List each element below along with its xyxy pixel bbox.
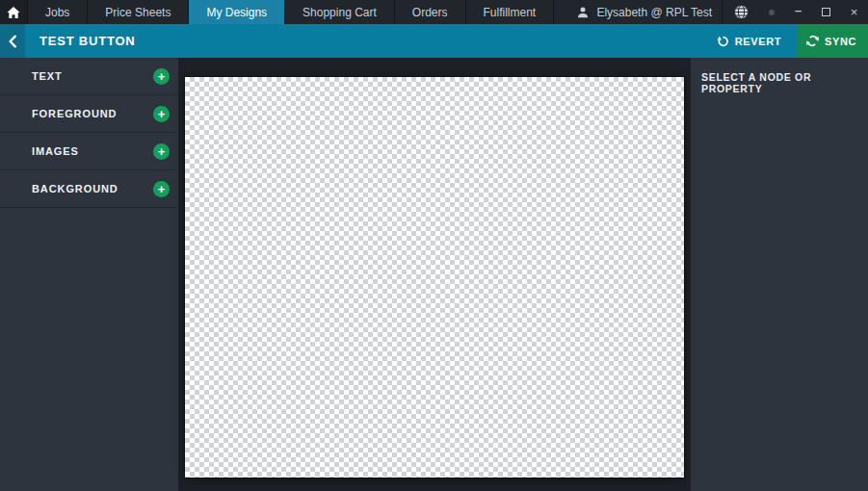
minimize-button[interactable]: – [784, 0, 812, 24]
maximize-button[interactable] [812, 0, 840, 24]
design-header-bar: TEST BUTTON REVERT SYNC [0, 24, 868, 58]
tab-my-designs[interactable]: My Designs [189, 0, 285, 24]
refresh-arrows-icon [806, 35, 819, 47]
add-image-button[interactable]: + [153, 143, 170, 160]
plus-icon: + [158, 144, 166, 159]
tab-price-sheets[interactable]: Price Sheets [88, 0, 189, 24]
revert-button[interactable]: REVERT [701, 24, 797, 58]
undo-arrow-icon [717, 35, 729, 47]
section-label: IMAGES [32, 145, 153, 157]
back-button[interactable] [0, 24, 25, 58]
design-canvas-area [178, 58, 691, 491]
close-button[interactable]: × [840, 0, 868, 24]
home-icon [7, 6, 20, 19]
plus-icon: + [158, 107, 166, 121]
design-artboard-transparent[interactable] [185, 77, 684, 478]
section-label: TEXT [32, 70, 153, 82]
tab-shopping-cart[interactable]: Shopping Cart [285, 0, 395, 24]
property-inspector-panel: SELECT A NODE OR PROPERTY [691, 58, 868, 491]
tab-fulfillment[interactable]: Fulfillment [466, 0, 555, 24]
sidebar-section-background[interactable]: BACKGROUND + [0, 170, 178, 208]
tab-orders[interactable]: Orders [395, 0, 466, 24]
main-area: TEXT + FOREGROUND + IMAGES + BACKGROUND … [0, 58, 868, 491]
topbar-spacer [554, 0, 566, 24]
minimize-icon: – [795, 3, 802, 17]
add-foreground-button[interactable]: + [153, 106, 170, 122]
status-indicator [759, 0, 784, 24]
globe-icon [733, 4, 750, 20]
user-account-menu[interactable]: Elysabeth @ RPL Test [566, 0, 722, 24]
top-window-bar: Jobs Price Sheets My Designs Shopping Ca… [0, 0, 868, 24]
user-icon [576, 6, 590, 19]
sidebar-section-text[interactable]: TEXT + [0, 58, 178, 95]
section-label: FOREGROUND [32, 108, 153, 119]
language-button[interactable] [723, 0, 759, 24]
close-icon: × [851, 5, 858, 19]
revert-label: REVERT [735, 36, 781, 47]
inspector-empty-message: SELECT A NODE OR PROPERTY [701, 71, 868, 94]
maximize-icon [822, 8, 830, 16]
add-background-button[interactable]: + [153, 181, 170, 197]
section-label: BACKGROUND [32, 183, 153, 194]
user-name: Elysabeth @ RPL Test [596, 6, 712, 19]
sidebar-section-images[interactable]: IMAGES + [0, 133, 178, 170]
appbar-spacer [136, 24, 701, 58]
tab-jobs[interactable]: Jobs [28, 0, 88, 24]
home-button[interactable] [0, 0, 28, 24]
page-title: TEST BUTTON [39, 24, 136, 58]
layers-sidebar: TEXT + FOREGROUND + IMAGES + BACKGROUND … [0, 58, 178, 491]
chevron-left-icon [7, 34, 18, 49]
plus-icon: + [158, 69, 166, 84]
plus-icon: + [158, 182, 166, 196]
sync-button[interactable]: SYNC [797, 24, 868, 58]
sync-label: SYNC [825, 36, 856, 47]
sidebar-section-foreground[interactable]: FOREGROUND + [0, 95, 178, 133]
status-dot-icon [769, 10, 775, 15]
add-text-button[interactable]: + [153, 68, 170, 85]
